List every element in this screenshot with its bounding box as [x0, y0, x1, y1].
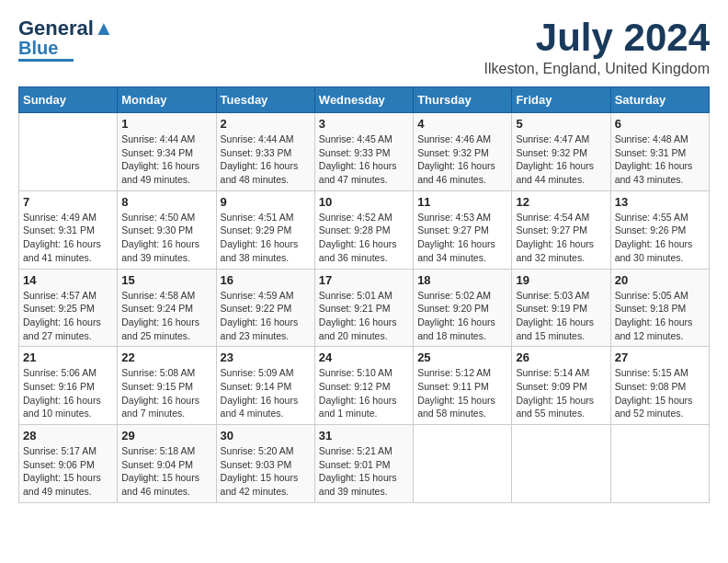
day-number: 10	[319, 195, 409, 209]
calendar-cell: 12Sunrise: 4:54 AM Sunset: 9:27 PM Dayli…	[512, 190, 610, 269]
day-info: Sunrise: 4:54 AM Sunset: 9:27 PM Dayligh…	[516, 211, 606, 265]
calendar-week-4: 21Sunrise: 5:06 AM Sunset: 9:16 PM Dayli…	[19, 347, 710, 425]
calendar-cell: 22Sunrise: 5:08 AM Sunset: 9:15 PM Dayli…	[118, 347, 216, 425]
day-number: 23	[221, 350, 311, 364]
title-area: July 2024 Ilkeston, England, United King…	[484, 18, 710, 77]
day-number: 18	[417, 273, 507, 287]
day-info: Sunrise: 5:21 AM Sunset: 9:01 PM Dayligh…	[319, 444, 409, 499]
day-info: Sunrise: 5:05 AM Sunset: 9:18 PM Dayligh…	[615, 289, 705, 343]
calendar-cell: 20Sunrise: 5:05 AM Sunset: 9:18 PM Dayli…	[610, 269, 709, 347]
day-info: Sunrise: 5:03 AM Sunset: 9:19 PM Dayligh…	[516, 289, 606, 343]
calendar-cell: 11Sunrise: 4:53 AM Sunset: 9:27 PM Dayli…	[414, 190, 512, 269]
logo: General▲ Blue	[18, 18, 114, 62]
col-header-tuesday: Tuesday	[216, 87, 314, 113]
calendar-cell: 30Sunrise: 5:20 AM Sunset: 9:03 PM Dayli…	[216, 425, 314, 503]
calendar-cell: 31Sunrise: 5:21 AM Sunset: 9:01 PM Dayli…	[314, 425, 413, 503]
day-number: 26	[516, 350, 606, 364]
day-number: 24	[319, 350, 409, 364]
col-header-friday: Friday	[512, 87, 610, 113]
day-number: 14	[23, 273, 113, 287]
calendar-week-3: 14Sunrise: 4:57 AM Sunset: 9:25 PM Dayli…	[19, 269, 710, 347]
day-info: Sunrise: 5:12 AM Sunset: 9:11 PM Dayligh…	[417, 366, 507, 420]
day-number: 30	[221, 429, 311, 442]
calendar-week-2: 7Sunrise: 4:49 AM Sunset: 9:31 PM Daylig…	[19, 190, 710, 269]
day-info: Sunrise: 5:09 AM Sunset: 9:14 PM Dayligh…	[221, 366, 311, 420]
col-header-monday: Monday	[118, 87, 216, 113]
day-number: 1	[121, 117, 211, 131]
day-number: 22	[121, 350, 211, 364]
calendar-week-1: 1Sunrise: 4:44 AM Sunset: 9:34 PM Daylig…	[19, 113, 710, 191]
calendar-cell: 9Sunrise: 4:51 AM Sunset: 9:29 PM Daylig…	[216, 190, 314, 269]
calendar-cell: 27Sunrise: 5:15 AM Sunset: 9:08 PM Dayli…	[610, 347, 709, 425]
col-header-wednesday: Wednesday	[314, 87, 413, 113]
day-info: Sunrise: 4:49 AM Sunset: 9:31 PM Dayligh…	[23, 211, 113, 265]
calendar-cell: 28Sunrise: 5:17 AM Sunset: 9:06 PM Dayli…	[19, 425, 118, 503]
day-info: Sunrise: 4:58 AM Sunset: 9:24 PM Dayligh…	[121, 289, 211, 343]
col-header-sunday: Sunday	[19, 87, 118, 113]
calendar-header-row: SundayMondayTuesdayWednesdayThursdayFrid…	[19, 87, 710, 113]
day-number: 4	[417, 117, 507, 131]
day-info: Sunrise: 4:59 AM Sunset: 9:22 PM Dayligh…	[221, 289, 311, 343]
day-info: Sunrise: 5:20 AM Sunset: 9:03 PM Dayligh…	[221, 444, 311, 499]
calendar-cell	[610, 425, 709, 503]
day-number: 19	[516, 273, 606, 287]
day-number: 28	[23, 429, 113, 442]
calendar-cell: 21Sunrise: 5:06 AM Sunset: 9:16 PM Dayli…	[19, 347, 118, 425]
day-info: Sunrise: 4:57 AM Sunset: 9:25 PM Dayligh…	[23, 289, 113, 343]
calendar-cell: 14Sunrise: 4:57 AM Sunset: 9:25 PM Dayli…	[19, 269, 118, 347]
logo-text: General▲	[18, 18, 114, 39]
day-info: Sunrise: 5:01 AM Sunset: 9:21 PM Dayligh…	[319, 289, 409, 343]
day-info: Sunrise: 4:53 AM Sunset: 9:27 PM Dayligh…	[417, 211, 507, 265]
day-info: Sunrise: 4:45 AM Sunset: 9:33 PM Dayligh…	[319, 132, 409, 187]
col-header-saturday: Saturday	[610, 87, 709, 113]
day-number: 3	[319, 117, 409, 131]
page-header: General▲ Blue July 2024 Ilkeston, Englan…	[18, 18, 710, 77]
day-number: 12	[516, 195, 606, 209]
calendar-cell: 8Sunrise: 4:50 AM Sunset: 9:30 PM Daylig…	[118, 190, 216, 269]
calendar-cell: 25Sunrise: 5:12 AM Sunset: 9:11 PM Dayli…	[414, 347, 512, 425]
logo-blue-text: Blue	[18, 39, 58, 57]
calendar-cell	[512, 425, 610, 503]
day-info: Sunrise: 5:17 AM Sunset: 9:06 PM Dayligh…	[23, 444, 113, 499]
calendar-cell: 1Sunrise: 4:44 AM Sunset: 9:34 PM Daylig…	[118, 113, 216, 191]
calendar-cell: 3Sunrise: 4:45 AM Sunset: 9:33 PM Daylig…	[314, 113, 413, 191]
day-number: 20	[615, 273, 705, 287]
col-header-thursday: Thursday	[414, 87, 512, 113]
day-info: Sunrise: 4:47 AM Sunset: 9:32 PM Dayligh…	[516, 132, 606, 187]
day-number: 27	[615, 350, 705, 364]
calendar-cell: 7Sunrise: 4:49 AM Sunset: 9:31 PM Daylig…	[19, 190, 118, 269]
day-info: Sunrise: 4:48 AM Sunset: 9:31 PM Dayligh…	[615, 132, 705, 187]
location: Ilkeston, England, United Kingdom	[484, 61, 710, 77]
day-number: 8	[121, 195, 211, 209]
day-number: 16	[221, 273, 311, 287]
day-info: Sunrise: 4:51 AM Sunset: 9:29 PM Dayligh…	[221, 211, 311, 265]
day-number: 29	[121, 429, 211, 442]
day-info: Sunrise: 4:46 AM Sunset: 9:32 PM Dayligh…	[417, 132, 507, 187]
day-info: Sunrise: 5:14 AM Sunset: 9:09 PM Dayligh…	[516, 366, 606, 420]
day-number: 6	[615, 117, 705, 131]
calendar-cell: 10Sunrise: 4:52 AM Sunset: 9:28 PM Dayli…	[314, 190, 413, 269]
calendar-cell: 19Sunrise: 5:03 AM Sunset: 9:19 PM Dayli…	[512, 269, 610, 347]
calendar-cell: 17Sunrise: 5:01 AM Sunset: 9:21 PM Dayli…	[314, 269, 413, 347]
calendar-cell: 24Sunrise: 5:10 AM Sunset: 9:12 PM Dayli…	[314, 347, 413, 425]
calendar-cell: 18Sunrise: 5:02 AM Sunset: 9:20 PM Dayli…	[414, 269, 512, 347]
calendar-cell: 13Sunrise: 4:55 AM Sunset: 9:26 PM Dayli…	[610, 190, 709, 269]
calendar-cell: 16Sunrise: 4:59 AM Sunset: 9:22 PM Dayli…	[216, 269, 314, 347]
day-number: 21	[23, 350, 113, 364]
day-number: 13	[615, 195, 705, 209]
day-info: Sunrise: 4:50 AM Sunset: 9:30 PM Dayligh…	[121, 211, 211, 265]
day-number: 9	[221, 195, 311, 209]
day-number: 17	[319, 273, 409, 287]
day-number: 2	[221, 117, 311, 131]
day-info: Sunrise: 5:15 AM Sunset: 9:08 PM Dayligh…	[615, 366, 705, 420]
calendar-table: SundayMondayTuesdayWednesdayThursdayFrid…	[18, 86, 710, 503]
calendar-cell: 15Sunrise: 4:58 AM Sunset: 9:24 PM Dayli…	[118, 269, 216, 347]
calendar-cell: 6Sunrise: 4:48 AM Sunset: 9:31 PM Daylig…	[610, 113, 709, 191]
calendar-cell: 5Sunrise: 4:47 AM Sunset: 9:32 PM Daylig…	[512, 113, 610, 191]
calendar-cell	[414, 425, 512, 503]
day-number: 31	[319, 429, 409, 442]
day-info: Sunrise: 5:06 AM Sunset: 9:16 PM Dayligh…	[23, 366, 113, 420]
calendar-cell: 23Sunrise: 5:09 AM Sunset: 9:14 PM Dayli…	[216, 347, 314, 425]
month-title: July 2024	[484, 18, 710, 57]
day-number: 25	[417, 350, 507, 364]
